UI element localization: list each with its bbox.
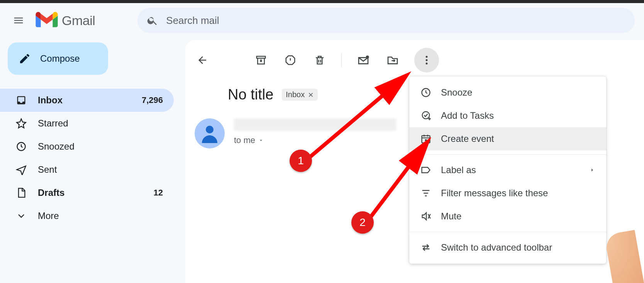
more-actions-button[interactable] [414, 48, 439, 72]
toolbar-divider [341, 53, 342, 67]
trash-icon [314, 54, 325, 66]
sidebar-item-label: More [38, 211, 59, 221]
send-icon [16, 164, 27, 175]
sidebar-item-inbox[interactable]: Inbox 7,296 [0, 89, 174, 112]
delete-button[interactable] [312, 52, 327, 68]
sidebar-item-label: Sent [38, 164, 57, 175]
menu-item-switch-toolbar[interactable]: Switch to advanced toolbar [409, 236, 606, 259]
main-menu-button[interactable] [9, 11, 28, 30]
menu-item-mute[interactable]: Mute [409, 205, 606, 228]
archive-button[interactable] [253, 52, 269, 68]
gmail-logo-icon [36, 12, 58, 29]
clock-icon [420, 87, 431, 98]
file-icon [16, 187, 27, 198]
back-button[interactable] [195, 52, 210, 68]
recipient-text: to me [234, 135, 255, 145]
filter-icon [420, 188, 431, 199]
app-name: Gmail [62, 13, 95, 28]
clock-icon [16, 141, 27, 152]
sidebar-item-more[interactable]: More [0, 204, 174, 227]
menu-item-label: Snooze [441, 87, 472, 98]
pencil-icon [19, 52, 31, 65]
menu-item-label: Label as [441, 165, 476, 175]
more-actions-menu: Snooze Add to Tasks Create event Label a… [409, 76, 606, 264]
svg-point-1 [366, 56, 369, 59]
report-spam-button[interactable] [283, 52, 298, 68]
label-icon [420, 165, 431, 175]
menu-item-add-to-tasks[interactable]: Add to Tasks [409, 104, 606, 127]
menu-item-label-as[interactable]: Label as [409, 158, 606, 182]
remove-label-button[interactable] [308, 92, 314, 98]
chevron-right-icon [589, 167, 595, 173]
menu-item-label: Add to Tasks [441, 110, 494, 121]
inbox-icon [16, 95, 27, 106]
menu-item-label: Create event [441, 133, 494, 144]
menu-divider [409, 232, 606, 232]
sidebar-item-starred[interactable]: Starred [0, 112, 174, 135]
archive-icon [255, 54, 267, 66]
menu-item-label: Switch to advanced toolbar [441, 242, 552, 253]
sidebar-item-sent[interactable]: Sent [0, 158, 174, 181]
inbox-count: 7,296 [142, 95, 163, 105]
label-chip[interactable]: Inbox [282, 89, 318, 101]
task-add-icon [420, 110, 431, 121]
nav-list: Inbox 7,296 Starred Snoozed Sent Drafts … [0, 89, 185, 227]
sidebar-item-drafts[interactable]: Drafts 12 [0, 181, 174, 204]
folder-move-icon [386, 54, 399, 66]
label-chip-text: Inbox [286, 90, 305, 99]
mail-unread-icon [357, 54, 369, 66]
compose-button[interactable]: Compose [8, 42, 108, 75]
gmail-logo[interactable]: Gmail [36, 12, 95, 29]
mute-icon [420, 211, 431, 222]
svg-rect-9 [425, 139, 427, 141]
drafts-count: 12 [154, 188, 163, 198]
swap-icon [420, 242, 431, 253]
menu-item-filter[interactable]: Filter messages like these [409, 182, 606, 205]
calendar-icon [420, 133, 431, 144]
dropdown-triangle-icon [258, 138, 264, 143]
sidebar-item-snoozed[interactable]: Snoozed [0, 135, 174, 158]
close-icon [308, 92, 314, 98]
mark-unread-button[interactable] [356, 52, 371, 68]
move-to-button[interactable] [385, 52, 400, 68]
menu-item-snooze[interactable]: Snooze [409, 81, 606, 104]
sidebar-item-label: Inbox [38, 95, 63, 106]
svg-point-2 [426, 56, 428, 58]
svg-point-5 [206, 126, 214, 133]
email-toolbar [185, 49, 644, 71]
svg-point-4 [426, 62, 428, 64]
sidebar-item-label: Starred [38, 118, 68, 129]
hamburger-icon [13, 15, 24, 26]
search-bar[interactable]: Search mail [137, 8, 635, 33]
menu-divider [409, 154, 606, 155]
menu-item-label: Filter messages like these [441, 188, 548, 199]
chevron-down-icon [16, 211, 27, 221]
more-vertical-icon [421, 54, 432, 66]
sidebar-item-label: Drafts [38, 187, 64, 198]
email-subject: No title [228, 86, 273, 103]
person-icon [198, 122, 221, 145]
spam-icon [285, 54, 296, 66]
sidebar-item-label: Snoozed [38, 141, 75, 152]
search-placeholder: Search mail [166, 15, 219, 27]
svg-point-3 [426, 59, 428, 61]
menu-item-label: Mute [441, 211, 461, 222]
search-icon [147, 15, 158, 26]
sender-avatar[interactable] [195, 118, 225, 148]
menu-item-create-event[interactable]: Create event [409, 127, 606, 150]
arrow-left-icon [197, 54, 208, 66]
sender-name-redacted [234, 118, 396, 131]
sidebar: Compose Inbox 7,296 Starred Snoozed Sent [0, 38, 185, 283]
app-header: Gmail Search mail [0, 3, 644, 38]
star-icon [16, 118, 27, 129]
compose-label: Compose [40, 53, 80, 64]
svg-point-7 [422, 112, 430, 119]
